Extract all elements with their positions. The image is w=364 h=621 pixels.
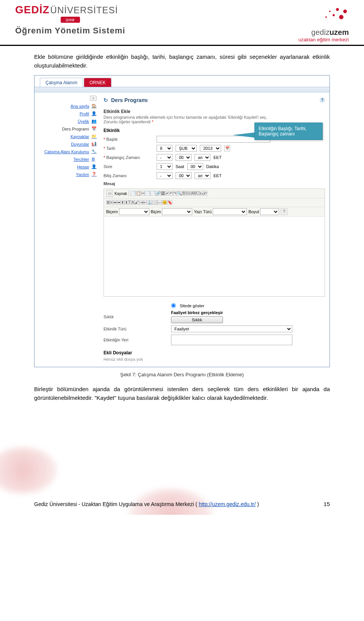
- label-bitis: Bitiş Zamanı: [104, 173, 154, 178]
- editor-r2-btn-12[interactable]: ⬜: [152, 200, 157, 205]
- editor-r2-btn-11[interactable]: ⚓: [147, 200, 152, 205]
- editor-r1-btn-6[interactable]: 🖼: [161, 191, 165, 196]
- tarih-year-select[interactable]: 2013: [200, 145, 221, 152]
- tab-ornek[interactable]: ORNEK: [84, 78, 111, 87]
- row-sure: Süre 1 Saat 00 Dakika: [104, 162, 325, 171]
- editor-r1-btn-2[interactable]: ✂: [141, 191, 145, 196]
- editor-r1-btn-7[interactable]: ✔: [165, 191, 169, 196]
- bitis-tz: EET: [213, 173, 221, 178]
- editor-r1-btn-3[interactable]: 📄: [145, 191, 150, 196]
- help-icon[interactable]: ?: [320, 97, 325, 103]
- callout-box: Etkinliğin Başlığı, Tarihi, Başlangıç za…: [254, 123, 323, 140]
- editor-r2-btn-8[interactable]: 🖌: [135, 200, 139, 205]
- sidebar-item-6[interactable]: Çalışma Alanı Kurulumu🔧: [38, 148, 97, 156]
- editor-r2-btn-15[interactable]: 🔖: [167, 200, 173, 205]
- editor-r2-btn-9[interactable]: ⇥: [139, 200, 143, 205]
- editor-r1-btn-5[interactable]: 🔗: [155, 191, 161, 196]
- sidebar-collapse-icon[interactable]: «: [90, 96, 97, 101]
- sidebar-item-label: Kaynaklar: [71, 134, 89, 139]
- editor-bicem-select[interactable]: [119, 208, 149, 215]
- baslangic-tz: EET: [213, 155, 221, 160]
- show-site-label: Sitede göster: [180, 303, 204, 308]
- editor-r2-btn-14[interactable]: 😊: [162, 200, 167, 205]
- editor-r2-btn-4[interactable]: ⬆: [121, 200, 124, 205]
- row-bitis: Bitiş Zamanı - 00 am EET: [104, 171, 325, 180]
- etkinlik-yeri-textarea[interactable]: [171, 335, 292, 345]
- row-etkinlik-turu: Etkinlik Türü Faaliyet: [104, 324, 325, 333]
- editor-r1-btn-4[interactable]: 📄: [150, 191, 155, 196]
- ekli-dosyalar-head: Ekli Dosyalar: [104, 350, 325, 355]
- sidebar-item-label: Üyelik: [78, 119, 89, 124]
- title-text: Ders Programı: [111, 97, 147, 103]
- sidebar-item-label: Tercihler: [73, 157, 89, 162]
- figure-caption: Şekil 7: Çalışma Alanım Ders Programı (E…: [34, 372, 330, 377]
- bitis-hour-select[interactable]: -: [157, 172, 173, 179]
- sidebar-item-5[interactable]: Duyurular📢: [38, 140, 97, 148]
- editor-boyut-label: Boyut: [248, 209, 259, 214]
- editor-r2-btn-2[interactable]: ⬅: [113, 200, 117, 205]
- editor-r2-btn-13[interactable]: —: [157, 200, 162, 205]
- baslangic-min-select[interactable]: 00: [176, 154, 191, 161]
- editor-r2-btn-5[interactable]: ⬇: [124, 200, 128, 205]
- tarih-month-select[interactable]: ŞUB: [176, 145, 197, 152]
- label-etkinlik-turu: Etkinlik Türü: [104, 327, 167, 331]
- editor-r1-btn-15[interactable]: x₂: [199, 191, 204, 196]
- main-title: ↻ Ders Programı ?: [104, 96, 325, 105]
- sure-count-select[interactable]: 1: [157, 163, 173, 170]
- sidebar-item-9[interactable]: Yardım❓: [38, 171, 97, 178]
- sidebar-item-7[interactable]: Tercihler⚙: [38, 156, 97, 163]
- row-show-site: Sitede göster: [104, 302, 325, 309]
- baslangic-ampm-select[interactable]: am: [195, 154, 210, 161]
- editor-r2-btn-0[interactable]: ≣: [106, 200, 110, 205]
- editor-help-icon[interactable]: ?: [281, 208, 287, 215]
- editor-r1-btn-10[interactable]: 🔍: [177, 191, 182, 196]
- etkinlik-turu-select[interactable]: Faaliyet: [171, 325, 292, 332]
- siklik-button[interactable]: Sıklık: [171, 316, 223, 323]
- person-icon: 👤: [91, 164, 97, 170]
- editor-bicem-label: Biçem: [106, 209, 118, 214]
- editor-yazi-select[interactable]: [213, 208, 247, 215]
- editor-r1-btn-13[interactable]: U: [187, 191, 191, 196]
- app-screenshot: Çalışma Alanım ORNEK « Ana sayfa🏠Profil👤…: [34, 75, 330, 367]
- sidebar-item-1[interactable]: Profil👤: [38, 110, 97, 118]
- sidebar-item-8[interactable]: Hesap👤: [38, 163, 97, 171]
- editor-r2-btn-10[interactable]: ⇤: [143, 200, 147, 205]
- editor-r1-btn-14[interactable]: ABC: [191, 191, 199, 196]
- subtitle: Etkinlik Ekle: [104, 109, 325, 114]
- instruction-text: Ders programına etkinlik eklemek için fo…: [104, 115, 325, 119]
- sure-unit-dakika: Dakika: [206, 164, 219, 169]
- editor-r1-btn-11[interactable]: B: [182, 191, 185, 196]
- tarih-day-select[interactable]: 8: [157, 145, 173, 152]
- show-site-radio[interactable]: [171, 303, 176, 308]
- sidebar-item-0[interactable]: Ana sayfa🏠: [38, 102, 97, 110]
- editor-r2-btn-1[interactable]: ≡: [110, 200, 113, 205]
- bitis-min-select[interactable]: 00: [176, 172, 191, 179]
- editor-bicim-select[interactable]: [162, 208, 192, 215]
- tab-workspace[interactable]: Çalışma Alanım: [40, 78, 83, 87]
- sure-min-select[interactable]: 00: [187, 163, 203, 170]
- sidebar-item-label: Ders Programı: [62, 127, 89, 131]
- editor-boyut-select[interactable]: [260, 208, 279, 215]
- editor-r1-btn-8[interactable]: ↶: [169, 191, 173, 196]
- user-icon: 👤: [91, 111, 97, 116]
- refresh-icon: ↻: [104, 97, 108, 103]
- editor-body[interactable]: [104, 217, 325, 296]
- bitis-ampm-select[interactable]: am: [195, 172, 210, 179]
- editor-r2-btn-6[interactable]: T: [128, 200, 131, 205]
- callout-line2: Başlangıç zamanı: [259, 131, 318, 137]
- sidebar-item-4[interactable]: Kaynaklar📁: [38, 133, 97, 140]
- editor-r2-btn-3[interactable]: ➡: [117, 200, 121, 205]
- footer-link[interactable]: http://uzem.gediz.edu.tr/: [199, 501, 256, 507]
- editor-r1-btn-1[interactable]: 📋: [136, 191, 141, 196]
- editor-source-label: Kaynak: [115, 192, 127, 196]
- baslangic-hour-select[interactable]: -: [157, 154, 173, 161]
- calendar-icon[interactable]: 📅: [224, 145, 230, 151]
- editor-r2-btn-7[interactable]: A: [131, 200, 135, 205]
- folder-icon: 📁: [91, 134, 97, 139]
- sidebar-item-2[interactable]: Üyelik👥: [38, 118, 97, 125]
- editor-source-button[interactable]: ▭: [106, 190, 113, 197]
- editor-r1-btn-16[interactable]: x²: [204, 191, 207, 196]
- editor-r1-btn-0[interactable]: 📄: [130, 191, 136, 196]
- editor-r1-btn-9[interactable]: ↷: [173, 191, 177, 196]
- intro-paragraph: Ekle bölümüne girildiğinde etkinliğin ba…: [34, 53, 330, 70]
